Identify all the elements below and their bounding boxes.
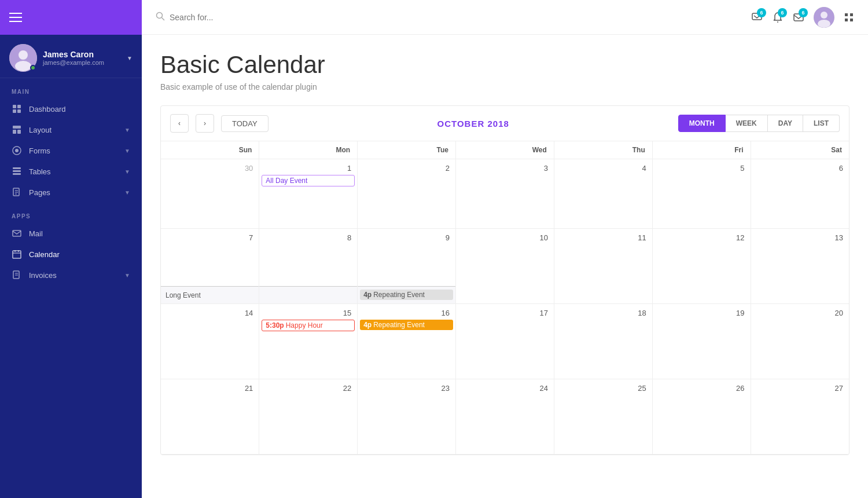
day-number: 16: [360, 306, 453, 320]
sidebar-item-label: Forms: [29, 147, 117, 155]
calendar-container: ‹ › TODAY OCTOBER 2018 MONTH WEEK DAY LI…: [160, 105, 849, 455]
calendar-day[interactable]: 22: [259, 379, 358, 455]
svg-rect-37: [845, 19, 848, 21]
repeating-event-orange[interactable]: 4p Repeating Event: [360, 320, 453, 330]
svg-rect-12: [13, 167, 21, 169]
view-day-button[interactable]: DAY: [768, 115, 803, 132]
calendar-day[interactable]: 8: [259, 229, 358, 304]
calendar-day[interactable]: 18: [554, 304, 652, 379]
calendar-day[interactable]: 25: [554, 379, 652, 455]
svg-rect-36: [850, 13, 853, 16]
next-month-button[interactable]: ›: [196, 114, 214, 133]
svg-point-2: [15, 61, 31, 71]
search-input[interactable]: [170, 13, 285, 22]
calendar-day[interactable]: 27: [751, 379, 849, 455]
calendar-day[interactable]: 14: [161, 304, 259, 379]
day-number: 18: [557, 306, 650, 320]
calendar-day[interactable]: 24: [456, 379, 554, 455]
layout-icon: [12, 124, 22, 135]
sidebar-item-forms[interactable]: Forms ▼: [0, 140, 142, 161]
user-section[interactable]: James Caron james@example.com ▼: [0, 35, 142, 78]
repeating-event[interactable]: 4p Repeating Event: [360, 290, 453, 300]
topbar-user-avatar[interactable]: [814, 7, 834, 28]
pages-icon: [12, 187, 22, 197]
day-number: 20: [753, 306, 847, 320]
avatar-wrap: [9, 44, 37, 72]
calendar-day[interactable]: 20: [751, 304, 849, 379]
svg-rect-4: [17, 105, 21, 108]
hamburger-menu[interactable]: [9, 13, 22, 22]
calendar-day[interactable]: 12: [652, 229, 751, 304]
all-day-event[interactable]: All Day Event: [262, 175, 355, 186]
calendar-day[interactable]: 5: [652, 159, 751, 229]
calendar-day[interactable]: 6: [751, 159, 849, 229]
calendar-day[interactable]: 9 4p Repeating Event: [358, 229, 456, 304]
calendar-day[interactable]: 13: [751, 229, 849, 304]
calendar-view-buttons: MONTH WEEK DAY LIST: [678, 115, 840, 132]
day-number: 27: [753, 382, 847, 395]
chevron-down-icon: ▼: [124, 127, 130, 133]
svg-line-28: [162, 17, 165, 20]
calendar-day[interactable]: 10: [456, 229, 554, 304]
sidebar-item-invoices[interactable]: Invoices ▼: [0, 265, 142, 285]
main-area: 6 6 6: [142, 0, 868, 498]
view-list-button[interactable]: LIST: [803, 115, 840, 132]
sidebar-item-layout[interactable]: Layout ▼: [0, 119, 142, 140]
mail-icon: [12, 228, 22, 239]
calendar-day[interactable]: 3: [456, 159, 554, 229]
prev-month-button[interactable]: ‹: [170, 114, 189, 133]
calendar-day[interactable]: 23: [358, 379, 456, 455]
day-number: 1: [262, 162, 355, 175]
messages-button[interactable]: 6: [751, 12, 763, 23]
calendar-day[interactable]: 1 All Day Event: [259, 159, 358, 229]
sidebar-item-tables[interactable]: Tables ▼: [0, 161, 142, 182]
calendar-day[interactable]: 17: [456, 304, 554, 379]
calendar-day[interactable]: 21: [161, 379, 259, 455]
happy-hour-event[interactable]: 5:30p Happy Hour: [262, 320, 355, 331]
col-wed: Wed: [456, 141, 554, 159]
col-fri: Fri: [652, 141, 751, 159]
mail-button[interactable]: 6: [793, 12, 804, 23]
calendar-day[interactable]: 30: [161, 159, 259, 229]
grid-menu-icon[interactable]: [844, 12, 854, 23]
day-number: 2: [360, 162, 453, 175]
calendar-day[interactable]: 7 Long Event: [161, 229, 259, 304]
calendar-day[interactable]: 11: [554, 229, 652, 304]
day-number: 23: [360, 382, 453, 395]
sidebar-item-calendar[interactable]: Calendar: [0, 244, 142, 265]
notifications-button[interactable]: 6: [772, 12, 784, 23]
svg-rect-7: [13, 126, 21, 129]
calendar-day[interactable]: 2: [358, 159, 456, 229]
event-label: Repeating Event: [373, 321, 425, 329]
day-number: 3: [458, 162, 551, 175]
view-week-button[interactable]: WEEK: [726, 115, 768, 132]
event-label: Repeating Event: [373, 291, 425, 299]
calendar-grid: Sun Mon Tue Wed Thu Fri Sat 30: [161, 141, 849, 455]
topbar: 6 6 6: [142, 0, 868, 35]
sidebar-item-label: Layout: [29, 126, 117, 134]
calendar-day[interactable]: 19: [652, 304, 751, 379]
long-event-label[interactable]: Long Event: [165, 291, 201, 299]
day-number: 12: [655, 231, 748, 244]
sidebar-item-pages[interactable]: Pages ▼: [0, 182, 142, 203]
svg-rect-3: [13, 105, 16, 108]
calendar-day[interactable]: 26: [652, 379, 751, 455]
page-subtitle: Basic example of use of the calendar plu…: [160, 82, 849, 91]
sidebar-item-dashboard[interactable]: Dashboard: [0, 98, 142, 119]
calendar-week-row: 7 Long Event 8 9: [161, 229, 849, 304]
user-chevron-icon[interactable]: ▼: [127, 55, 133, 61]
sidebar-item-mail[interactable]: Mail: [0, 223, 142, 244]
svg-point-34: [818, 20, 830, 28]
chevron-down-icon: ▼: [124, 189, 130, 196]
page-content: Basic Calendar Basic example of use of t…: [142, 35, 868, 498]
user-name: James Caron: [43, 50, 121, 59]
today-button[interactable]: TODAY: [221, 115, 269, 132]
view-month-button[interactable]: MONTH: [678, 115, 726, 132]
day-number: 8: [262, 231, 355, 244]
calendar-day[interactable]: 15 5:30p Happy Hour: [259, 304, 358, 379]
event-time: 4p: [363, 321, 372, 329]
calendar-day[interactable]: 16 4p Repeating Event: [358, 304, 456, 379]
calendar-day[interactable]: 4: [554, 159, 652, 229]
day-number: 9: [360, 231, 453, 244]
day-number: 22: [262, 382, 355, 395]
